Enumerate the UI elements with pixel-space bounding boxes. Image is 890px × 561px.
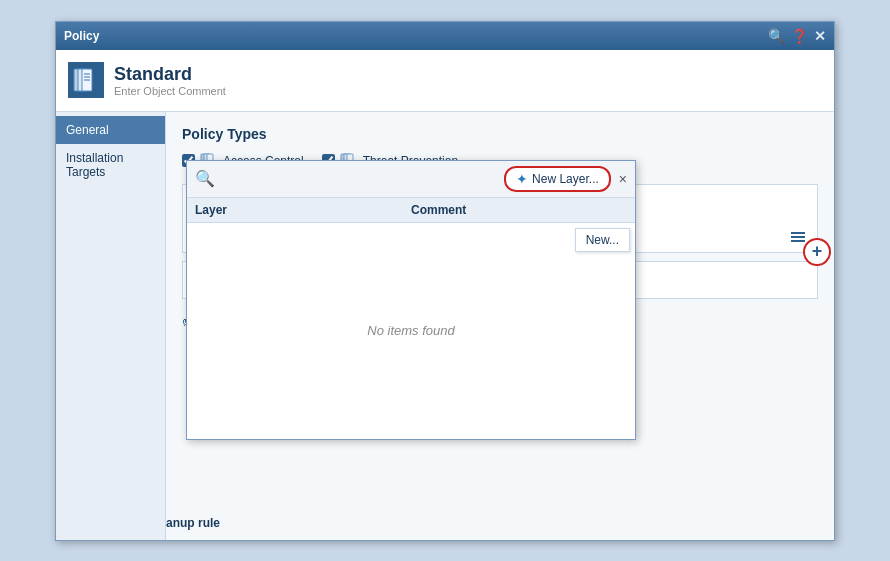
add-layer-button[interactable]: + [803,238,831,266]
popup-body: No items found New... [187,223,635,439]
header-title: Standard [114,64,226,85]
search-icon[interactable]: 🔍 [768,28,785,44]
header-subtitle: Enter Object Comment [114,85,226,97]
title-bar-buttons: 🔍 ❓ ✕ [768,28,826,44]
header-icon [68,62,104,98]
new-layer-label: New Layer... [532,172,599,186]
main-window: Policy 🔍 ❓ ✕ Standard Enter Object Comme… [55,21,835,541]
layer-popup: 🔍 ✦ New Layer... × Layer Comment No item… [186,160,636,440]
new-context-button[interactable]: New... [575,228,630,252]
sidebar-item-general[interactable]: General [56,116,165,144]
no-items-label: No items found [367,323,454,338]
sidebar: General Installation Targets [56,112,166,540]
sidebar-item-installation-targets[interactable]: Installation Targets [56,144,165,186]
window-header: Standard Enter Object Comment [56,50,834,112]
star-icon: ✦ [516,171,528,187]
new-layer-button[interactable]: ✦ New Layer... [504,166,611,192]
popup-search-icon: 🔍 [195,169,215,188]
popup-close-button[interactable]: × [619,171,627,187]
handup-rule-label: anup rule [166,516,220,530]
menu-icon[interactable] [791,232,805,242]
layer-column-header: Layer [195,203,411,217]
header-text: Standard Enter Object Comment [114,64,226,97]
popup-search-input[interactable] [219,172,504,186]
title-bar: Policy 🔍 ❓ ✕ [56,22,834,50]
comment-column-header: Comment [411,203,627,217]
popup-header: 🔍 ✦ New Layer... × [187,161,635,198]
window-title: Policy [64,29,99,43]
help-icon[interactable]: ❓ [791,28,808,44]
popup-search: 🔍 [195,169,504,188]
popup-table-header: Layer Comment [187,198,635,223]
close-icon[interactable]: ✕ [814,28,826,44]
policy-types-title: Policy Types [182,126,818,142]
